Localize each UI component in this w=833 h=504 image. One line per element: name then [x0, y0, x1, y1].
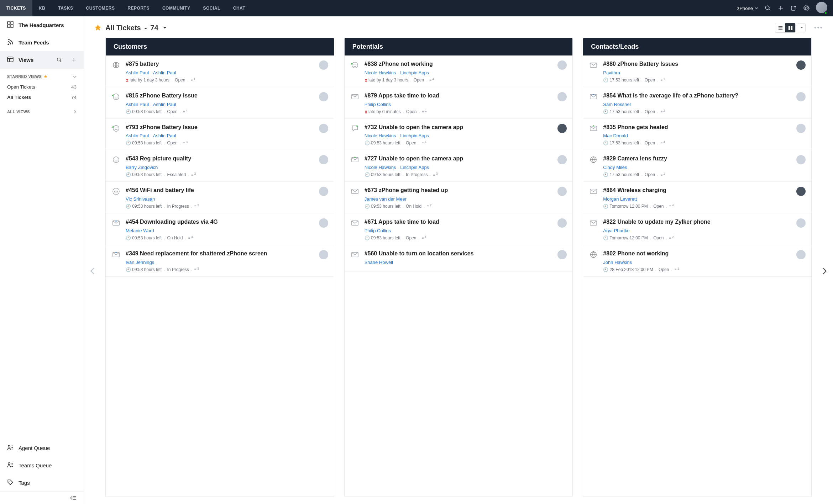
assignee-avatar[interactable]: [319, 155, 328, 164]
assignee-avatar[interactable]: [796, 124, 806, 133]
nav-tab-tasks[interactable]: TASKS: [52, 0, 79, 16]
contact-link[interactable]: Pavithra: [603, 70, 620, 75]
scroll-left-button[interactable]: [84, 38, 102, 504]
assignee-avatar[interactable]: [557, 218, 567, 228]
ticket-card[interactable]: #879 Apps take time to loadPhilip Collin…: [345, 87, 573, 119]
contact-link[interactable]: Ashlin Paul: [153, 133, 176, 138]
assignee-avatar[interactable]: [557, 187, 567, 196]
assignee-avatar[interactable]: [796, 187, 806, 196]
contact-link[interactable]: Barry Zingovich: [126, 165, 158, 170]
contact-link[interactable]: Linchpin Apps: [400, 133, 429, 138]
search-icon[interactable]: [57, 57, 62, 63]
nav-tab-reports[interactable]: REPORTS: [121, 0, 156, 16]
assignee-avatar[interactable]: [319, 218, 328, 228]
assignee-avatar[interactable]: [796, 60, 806, 70]
sidebar-item-tags[interactable]: Tags: [0, 474, 84, 492]
assignee-avatar[interactable]: [557, 92, 567, 101]
ticket-card[interactable]: #673 zPhone getting heated upJames van d…: [345, 182, 573, 213]
ticket-card[interactable]: #802 Phone not workingJohn Hawkins🕘 28 F…: [583, 245, 811, 277]
ticket-card[interactable]: #560 Unable to turn on location services…: [345, 245, 573, 272]
list-view-button[interactable]: [775, 23, 785, 32]
contact-link[interactable]: Ashlin Paul: [126, 70, 149, 75]
ticket-card[interactable]: #854 What is the average life of a zPhon…: [583, 87, 811, 119]
all-views-header[interactable]: ALL VIEWS: [0, 106, 84, 117]
assignee-avatar[interactable]: [557, 155, 567, 164]
ticket-card[interactable]: #793 zPhone Battery IssueAshlin Paul.Ash…: [106, 119, 334, 150]
contact-link[interactable]: Ivan Jennings: [126, 260, 154, 265]
assignee-avatar[interactable]: [319, 60, 328, 70]
ticket-card[interactable]: #349 Need replacement for shattered zPho…: [106, 245, 334, 277]
ticket-card[interactable]: #454 Downloading updates via 4GMelanie W…: [106, 213, 334, 245]
assignee-avatar[interactable]: [557, 250, 567, 259]
ticket-card[interactable]: #829 Camera lens fuzzyCindy Miles🕘 17:53…: [583, 150, 811, 182]
contact-link[interactable]: Philip Collins: [365, 102, 391, 107]
view-mode-dropdown[interactable]: [798, 23, 806, 32]
favorite-star-icon[interactable]: [94, 24, 102, 32]
contact-link[interactable]: Nicole Hawkins: [365, 133, 396, 138]
ticket-card[interactable]: #864 Wireless chargingMorgan Leverett🕘 T…: [583, 182, 811, 213]
title-dropdown-icon[interactable]: [163, 26, 167, 30]
contact-link[interactable]: Nicole Hawkins: [365, 165, 396, 170]
contact-link[interactable]: James van der Meer: [365, 196, 407, 202]
gear-icon[interactable]: [803, 5, 810, 11]
nav-tab-tickets[interactable]: TICKETS: [0, 0, 32, 16]
contact-link[interactable]: Arya Phadke: [603, 228, 629, 233]
contact-link[interactable]: Sam Rossner: [603, 102, 631, 107]
ticket-card[interactable]: #880 zPhone Battery IssuesPavithra🕘 17:5…: [583, 55, 811, 87]
contact-link[interactable]: Melanie Ward: [126, 228, 154, 233]
assignee-avatar[interactable]: [557, 60, 567, 70]
assignee-avatar[interactable]: [319, 187, 328, 196]
contact-link[interactable]: Nicole Hawkins: [365, 70, 396, 75]
contact-link[interactable]: Ashlin Paul: [153, 70, 176, 75]
sidebar-item-teams-queue[interactable]: Teams Queue: [0, 457, 84, 474]
contact-link[interactable]: Cindy Miles: [603, 165, 627, 170]
contact-link[interactable]: Ashlin Paul: [153, 102, 176, 107]
sidebar-item-agent-queue[interactable]: Agent Queue: [0, 439, 84, 457]
sidebar-item-team-feeds[interactable]: Team Feeds: [0, 34, 84, 51]
view-open-tickets[interactable]: Open Tickets43: [0, 82, 84, 92]
ticket-card[interactable]: #822 Unable to update my Zylker phoneAry…: [583, 213, 811, 245]
more-actions[interactable]: •••: [814, 24, 823, 32]
ticket-card[interactable]: #671 Apps take time to loadPhilip Collin…: [345, 213, 573, 245]
plus-icon[interactable]: [777, 5, 784, 11]
contact-link[interactable]: Ashlin Paul: [126, 133, 149, 138]
contact-link[interactable]: Ashlin Paul: [126, 102, 149, 107]
contact-link[interactable]: Linchpin Apps: [400, 70, 429, 75]
nav-tab-social[interactable]: SOCIAL: [197, 0, 226, 16]
sidebar-item-views[interactable]: Views: [0, 51, 84, 69]
assignee-avatar[interactable]: [796, 218, 806, 228]
collapse-sidebar[interactable]: [0, 492, 84, 504]
ticket-card[interactable]: #727 Unable to open the camera appNicole…: [345, 150, 573, 182]
starred-views-header[interactable]: STARRED VIEWS ★: [0, 71, 84, 82]
assignee-avatar[interactable]: [796, 155, 806, 164]
ticket-card[interactable]: #875 batteryAshlin Paul.Ashlin Paul⧗ lat…: [106, 55, 334, 87]
plus-icon[interactable]: [71, 57, 77, 63]
contact-link[interactable]: Philip Collins: [365, 228, 391, 233]
assignee-avatar[interactable]: [319, 250, 328, 259]
contact-link[interactable]: Mac Donald: [603, 133, 628, 138]
ticket-card[interactable]: CO#456 WiFi and battery lifeVic Srinivas…: [106, 182, 334, 213]
search-icon[interactable]: [765, 5, 771, 11]
ticket-card[interactable]: #543 Reg picture qualityBarry Zingovich🕘…: [106, 150, 334, 182]
scroll-right-button[interactable]: [815, 38, 833, 504]
notification-icon[interactable]: [790, 5, 797, 11]
nav-tab-community[interactable]: COMMUNITY: [156, 0, 197, 16]
view-all-tickets[interactable]: All Tickets74: [0, 92, 84, 102]
ticket-card[interactable]: #835 Phone gets heatedMac Donald🕘 17:53 …: [583, 119, 811, 150]
nav-tab-chat[interactable]: CHAT: [227, 0, 252, 16]
assignee-avatar[interactable]: [319, 124, 328, 133]
board-view-button[interactable]: [785, 23, 795, 32]
contact-link[interactable]: Linchpin Apps: [400, 165, 429, 170]
sidebar-item-the-headquarters[interactable]: The Headquarters: [0, 16, 84, 34]
assignee-avatar[interactable]: [796, 92, 806, 101]
assignee-avatar[interactable]: [319, 92, 328, 101]
ticket-card[interactable]: #815 zPhone Battery issueAshlin Paul.Ash…: [106, 87, 334, 119]
nav-tab-customers[interactable]: CUSTOMERS: [79, 0, 121, 16]
contact-link[interactable]: Vic Srinivasan: [126, 196, 155, 202]
assignee-avatar[interactable]: [557, 124, 567, 133]
ticket-card[interactable]: #732 Unable to open the camera appNicole…: [345, 119, 573, 150]
contact-link[interactable]: Morgan Leverett: [603, 196, 637, 202]
assignee-avatar[interactable]: [796, 250, 806, 259]
contact-link[interactable]: John Hawkins: [603, 260, 632, 265]
contact-link[interactable]: Shane Howell: [365, 260, 393, 265]
